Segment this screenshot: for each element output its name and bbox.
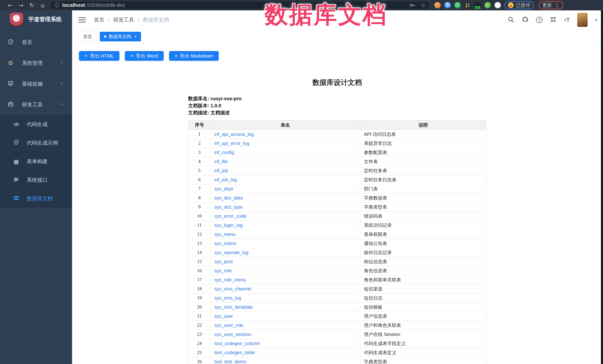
doc-meta-desc: 文档描述: 文档描述: [188, 109, 486, 116]
table-row: 21 sys_user 用户信息表: [188, 312, 486, 321]
sidebar-item-system[interactable]: ⚙ 系统管理: [0, 53, 72, 74]
sidebar-item-devtools[interactable]: 研发工具: [0, 94, 72, 115]
browser-update-pill[interactable]: 更新 ⋮: [539, 1, 563, 9]
table-row: 8 sys_dict_data 字典数据表: [188, 193, 486, 202]
table-row: 18 sys_sms_channel 短信渠道: [188, 284, 486, 293]
table-row: 12 sys_menu 菜单权限表: [188, 230, 486, 239]
caret-down-icon[interactable]: ▾: [595, 17, 597, 23]
table-link[interactable]: tool_codegen_column: [214, 341, 260, 346]
extension-pin-icon[interactable]: [444, 2, 451, 8]
sidebar-item-codegen-demo[interactable]: 代码生成示例: [0, 134, 72, 152]
home-icon[interactable]: ⌂: [37, 2, 48, 9]
table-row: 9 sys_dict_type 字典类型表: [188, 202, 486, 212]
monitor-icon: [7, 80, 14, 88]
help-icon[interactable]: ?: [536, 17, 543, 23]
search-icon[interactable]: [508, 16, 514, 23]
browser-toolbar: ← → ↻ ⌂ ⓘ localhost:1024/tool/db-doc ☆ o…: [0, 0, 603, 11]
table-link[interactable]: sys_menu: [214, 232, 236, 237]
sidebar-item-form-builder[interactable]: ▦ 表单构建: [0, 152, 72, 171]
table-link[interactable]: sys_notice: [214, 241, 236, 246]
breadcrumb-devtools[interactable]: 研发工具: [113, 16, 134, 23]
text-size-icon[interactable]: TT: [564, 17, 570, 23]
extension-grid-icon[interactable]: [464, 2, 471, 8]
chevron-down-icon: [59, 81, 64, 87]
extension-puzzle-icon[interactable]: [495, 2, 501, 8]
table-row: 16 sys_role 角色信息表: [188, 266, 486, 275]
site-info-icon[interactable]: ⓘ: [54, 2, 59, 9]
export-word-button[interactable]: + 导出 Word: [125, 51, 164, 61]
table-link[interactable]: inf_api_error_log: [214, 141, 249, 146]
table-link[interactable]: sys_error_code: [214, 213, 246, 219]
table-row: 23 sys_user_session 用户在线 Session: [188, 330, 486, 339]
browser-menu-icon[interactable]: ⋮: [554, 2, 560, 9]
reload-icon[interactable]: ↻: [26, 2, 37, 9]
fullscreen-icon[interactable]: [550, 16, 557, 23]
table-link[interactable]: sys_user: [214, 313, 233, 319]
table-link[interactable]: sys_sms_template: [214, 304, 253, 310]
breadcrumb-current: 数据库文档: [143, 16, 169, 23]
sidebar-item-home[interactable]: 首页: [0, 32, 72, 53]
paused-extension-pill[interactable]: 已暂停: [505, 1, 534, 9]
export-markdown-button[interactable]: + 导出 Markdown: [169, 51, 219, 61]
bookmark-star-icon[interactable]: ☆: [420, 2, 426, 9]
table-link[interactable]: inf_api_access_log: [214, 132, 254, 137]
active-dot-icon: [104, 35, 106, 38]
tag-home[interactable]: 首页: [79, 32, 96, 41]
table-link[interactable]: inf_job: [214, 168, 228, 173]
tag-db-doc[interactable]: 数据库文档 ×: [100, 32, 141, 41]
col-header-name: 表名: [211, 121, 360, 130]
table-link[interactable]: sys_post: [214, 259, 233, 264]
breadcrumb: 首页 / 研发工具 / 数据库文档: [94, 16, 169, 23]
sidebar-item-db-doc[interactable]: 数据库文档: [0, 189, 72, 208]
password-key-icon[interactable]: [409, 2, 415, 8]
table-link[interactable]: sys_login_log: [214, 222, 243, 228]
toolbox-icon: [7, 101, 14, 108]
doc-meta: 数据库名: ruoyi-vue-pro 文档版本: 1.0.0 文档描述: 文档…: [188, 95, 486, 116]
table-link[interactable]: sys_sms_log: [214, 295, 241, 300]
plus-icon: +: [84, 53, 88, 59]
extension-icon[interactable]: [434, 2, 441, 8]
table-link[interactable]: inf_config: [214, 150, 234, 155]
sidebar-item-api[interactable]: 系统接口: [0, 171, 72, 189]
table-link[interactable]: sys_user_session: [214, 332, 251, 337]
sidebar-item-codegen[interactable]: </> 代码生成: [0, 115, 72, 134]
breadcrumb-home[interactable]: 首页: [94, 16, 104, 23]
table-link[interactable]: inf_file: [214, 159, 228, 164]
tags-view-bar: 首页 数据库文档 ×: [72, 29, 603, 44]
address-bar[interactable]: ⓘ localhost:1024/tool/db-doc ☆: [50, 1, 429, 9]
col-header-num: 序号: [188, 121, 211, 130]
table-link[interactable]: sys_user_role: [214, 323, 243, 328]
database-doc: 数据库设计文档 数据库名: ruoyi-vue-pro 文档版本: 1.0.0 …: [188, 78, 486, 364]
forward-icon[interactable]: →: [16, 2, 26, 9]
table-link[interactable]: sys_dict_data: [214, 195, 243, 200]
table-link[interactable]: sys_operate_log: [214, 250, 248, 255]
back-icon[interactable]: ←: [5, 2, 16, 9]
sidebar-collapse-icon[interactable]: [78, 16, 86, 24]
table-link[interactable]: sys_dept: [214, 186, 233, 191]
table-link[interactable]: tool_codegen_table: [214, 350, 255, 355]
table-row: 26 tool_test_demo 字典类型表: [188, 357, 486, 364]
paused-label: 已暂停: [516, 2, 530, 9]
sliders-icon: [13, 177, 19, 184]
close-icon[interactable]: ×: [134, 34, 137, 39]
avatar[interactable]: [577, 13, 588, 27]
github-icon[interactable]: [522, 16, 529, 24]
window-right-edge: [601, 11, 603, 364]
app-logo-row[interactable]: 芋道管理系统: [0, 11, 72, 28]
table-link[interactable]: sys_sms_channel: [214, 286, 251, 291]
table-link[interactable]: sys_role: [214, 268, 232, 273]
export-html-button[interactable]: + 导出 HTML: [79, 51, 119, 61]
table-row: 13 sys_notice 通知公告表: [188, 239, 486, 248]
table-link[interactable]: inf_job_log: [214, 177, 237, 182]
table-row: 20 sys_sms_template 短信模板: [188, 303, 486, 312]
table-row: 14 sys_operate_log 操作日志记录: [188, 248, 486, 257]
export-toolbar: + 导出 HTML + 导出 Word + 导出 Markdown: [72, 44, 603, 61]
table-row: 25 tool_codegen_table 代码生成表定义: [188, 348, 486, 357]
table-link[interactable]: tool_test_demo: [214, 359, 246, 364]
sidebar-item-infra[interactable]: 基础设施: [0, 74, 72, 94]
extension-check-icon[interactable]: [454, 2, 461, 8]
extension-leaf-icon[interactable]: [485, 2, 491, 8]
table-link[interactable]: sys_dict_type: [214, 204, 243, 210]
extension-on-badge-icon[interactable]: on: [475, 2, 481, 8]
table-link[interactable]: sys_role_menu: [214, 277, 246, 282]
